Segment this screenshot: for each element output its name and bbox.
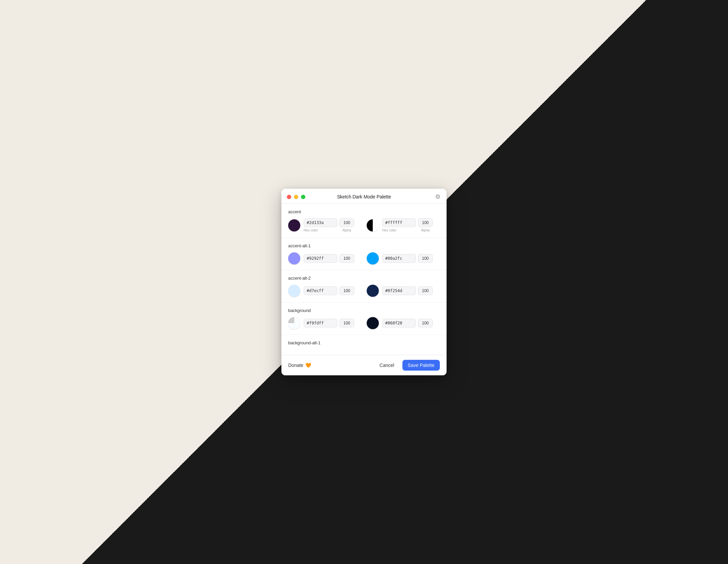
color-row-accent-alt-1 [288, 252, 440, 264]
settings-button[interactable]: ⚙ [434, 193, 441, 200]
hex-input-accent-dark[interactable] [382, 218, 416, 227]
alpha-input-bg-dark[interactable] [418, 319, 433, 327]
hex-input-bg-dark[interactable] [382, 319, 416, 327]
fields-accent-dark: Hex color Alpha [382, 218, 440, 232]
color-row-accent-alt-2 [288, 285, 440, 297]
inputs-accent-dark [382, 218, 440, 227]
inputs-bg-light [304, 319, 361, 327]
alpha-input-bg-light[interactable] [339, 319, 354, 327]
fields-aa1-light [304, 254, 361, 263]
fields-bg-light [304, 319, 361, 327]
color-entry-aa1-light [288, 252, 361, 264]
swatch-bg-dark[interactable] [367, 317, 379, 329]
cancel-button[interactable]: Cancel [375, 360, 399, 370]
maximize-button[interactable] [301, 195, 305, 199]
swatch-aa2-dark[interactable] [367, 285, 379, 297]
donate-label: Donate [288, 363, 303, 368]
inputs-aa2-dark [382, 286, 440, 295]
alpha-input-aa2-light[interactable] [339, 286, 354, 295]
heart-icon: 🧡 [305, 363, 311, 368]
fields-accent-light: Hex color Alpha [304, 218, 361, 232]
close-button[interactable] [287, 195, 291, 199]
footer: Donate 🧡 Cancel Save Palette [281, 355, 447, 375]
field-labels-accent-dark: Hex color Alpha [382, 228, 440, 232]
alpha-input-aa1-light[interactable] [339, 254, 354, 263]
fields-bg-dark [382, 319, 440, 327]
traffic-lights [287, 195, 305, 199]
hex-input-aa1-light[interactable] [304, 254, 337, 263]
section-label-background: background [288, 308, 440, 313]
gear-icon: ⚙ [435, 193, 441, 200]
window-title: Sketch Dark Mode Palette [337, 194, 391, 199]
content-area: accent Hex color Alpha [281, 204, 447, 355]
color-entry-aa2-dark [367, 285, 440, 297]
color-entry-accent-light: Hex color Alpha [288, 218, 361, 232]
alpha-label: Alpha [339, 228, 354, 232]
donate-button[interactable]: Donate 🧡 [288, 363, 311, 368]
color-entry-aa2-light [288, 285, 361, 297]
section-accent: accent Hex color Alpha [281, 204, 447, 238]
swatch-accent-light[interactable] [288, 219, 300, 231]
hex-label: Hex color [304, 228, 337, 232]
alpha-label-2: Alpha [418, 228, 433, 232]
hex-input-aa2-dark[interactable] [382, 286, 416, 295]
swatch-accent-dark[interactable] [367, 219, 379, 231]
color-entry-accent-dark: Hex color Alpha [367, 218, 440, 232]
section-background-alt-1: background-alt-1 [281, 335, 447, 355]
fields-aa2-dark [382, 286, 440, 295]
swatch-aa1-dark[interactable] [367, 252, 379, 264]
titlebar: Sketch Dark Mode Palette ⚙ [281, 189, 447, 204]
main-window: Sketch Dark Mode Palette ⚙ accent [281, 189, 447, 375]
color-entry-aa1-dark [367, 252, 440, 264]
section-label-background-alt-1: background-alt-1 [288, 340, 440, 345]
field-labels-accent-light: Hex color Alpha [304, 228, 361, 232]
section-accent-alt-1: accent-alt-1 [281, 238, 447, 270]
inputs-accent-light [304, 218, 361, 227]
inputs-aa2-light [304, 286, 361, 295]
swatch-aa2-light[interactable] [288, 285, 300, 297]
section-label-accent-alt-2: accent-alt-2 [288, 276, 440, 281]
color-entry-bg-dark [367, 317, 440, 329]
color-row-background [288, 317, 440, 329]
section-label-accent: accent [288, 209, 440, 214]
section-accent-alt-2: accent-alt-2 [281, 270, 447, 303]
inputs-bg-dark [382, 319, 440, 327]
save-palette-button[interactable]: Save Palette [402, 360, 440, 371]
inputs-aa1-light [304, 254, 361, 263]
alpha-input-accent-dark[interactable] [418, 218, 433, 227]
section-label-accent-alt-1: accent-alt-1 [288, 243, 440, 248]
hex-input-accent-light[interactable] [304, 218, 337, 227]
section-background: background [281, 303, 447, 335]
minimize-button[interactable] [294, 195, 298, 199]
footer-actions: Cancel Save Palette [375, 360, 440, 371]
hex-input-aa1-dark[interactable] [382, 254, 416, 263]
fields-aa1-dark [382, 254, 440, 263]
inputs-aa1-dark [382, 254, 440, 263]
swatch-aa1-light[interactable] [288, 252, 300, 264]
alpha-input-aa1-dark[interactable] [418, 254, 433, 263]
hex-label-2: Hex color [382, 228, 416, 232]
color-entry-bg-light [288, 317, 361, 329]
alpha-input-aa2-dark[interactable] [418, 286, 433, 295]
swatch-bg-light[interactable] [288, 317, 300, 329]
fields-aa2-light [304, 286, 361, 295]
hex-input-bg-light[interactable] [304, 319, 337, 327]
alpha-input-accent-light[interactable] [339, 218, 354, 227]
color-row-accent: Hex color Alpha Hex color [288, 218, 440, 232]
hex-input-aa2-light[interactable] [304, 286, 337, 295]
